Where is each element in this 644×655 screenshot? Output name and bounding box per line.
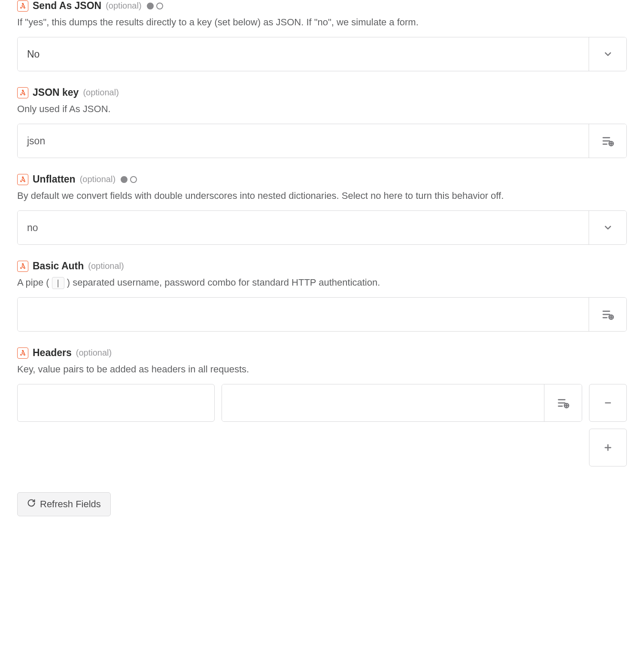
field-unflatten: Unflatten (optional) By default we conve… (17, 174, 627, 245)
svg-point-15 (21, 267, 22, 268)
field-header: JSON key (optional) (17, 87, 627, 98)
webhook-icon (17, 347, 28, 359)
field-description: If "yes", this dumps the results directl… (17, 15, 627, 29)
svg-point-16 (24, 267, 25, 268)
insert-data-button[interactable] (589, 124, 626, 158)
header-row (17, 384, 627, 422)
radio-off-icon (130, 176, 137, 183)
field-json-key: JSON key (optional) Only used if As JSON… (17, 87, 627, 158)
field-header: Send As JSON (optional) (17, 0, 627, 12)
input-basic-auth[interactable] (17, 297, 627, 332)
radio-toggle[interactable] (121, 176, 137, 183)
svg-point-3 (21, 94, 22, 95)
field-send-as-json: Send As JSON (optional) If "yes", this d… (17, 0, 627, 71)
optional-tag: (optional) (106, 1, 141, 11)
remove-row-button[interactable] (589, 384, 627, 422)
desc-pre: A pipe ( (17, 277, 49, 288)
field-description: Key, value pairs to be added as headers … (17, 362, 627, 376)
field-header: Basic Auth (optional) (17, 260, 627, 272)
field-headers: Headers (optional) Key, value pairs to b… (17, 347, 627, 466)
optional-tag: (optional) (80, 174, 115, 184)
svg-point-1 (24, 7, 25, 8)
insert-data-button[interactable] (544, 384, 582, 421)
optional-tag: (optional) (88, 261, 124, 271)
field-description: Only used if As JSON. (17, 102, 627, 116)
svg-point-4 (24, 94, 25, 95)
refresh-icon (27, 499, 36, 510)
select-value: No (18, 37, 589, 71)
add-row-wrap (17, 429, 627, 466)
webhook-icon (17, 174, 28, 185)
pipe-char: | (52, 277, 64, 289)
field-header: Headers (optional) (17, 347, 627, 359)
field-label: JSON key (33, 87, 79, 98)
header-value-input[interactable] (222, 384, 582, 422)
radio-toggle[interactable] (147, 3, 163, 9)
input-value (222, 384, 544, 421)
svg-point-13 (24, 180, 25, 182)
field-label: Send As JSON (33, 0, 101, 12)
select-unflatten[interactable]: no (17, 210, 627, 245)
field-label: Headers (33, 347, 72, 359)
input-value: json (18, 124, 589, 158)
field-basic-auth: Basic Auth (optional) A pipe ( | ) separ… (17, 260, 627, 332)
select-send-as-json[interactable]: No (17, 37, 627, 71)
input-json-key[interactable]: json (17, 124, 627, 158)
webhook-icon (17, 0, 28, 12)
field-label: Unflatten (33, 174, 76, 185)
radio-off-icon (156, 3, 163, 9)
chevron-down-icon (589, 211, 626, 244)
radio-on-icon (121, 176, 128, 183)
refresh-label: Refresh Fields (40, 499, 101, 510)
radio-on-icon (147, 3, 154, 9)
refresh-fields-button[interactable]: Refresh Fields (17, 492, 111, 516)
chevron-down-icon (589, 37, 626, 71)
desc-post: ) separated username, password combo for… (67, 277, 380, 288)
header-key-input[interactable] (17, 384, 215, 422)
field-label: Basic Auth (33, 260, 84, 272)
field-header: Unflatten (optional) (17, 174, 627, 185)
svg-point-12 (21, 180, 22, 182)
webhook-icon (17, 87, 28, 98)
svg-point-0 (21, 7, 22, 8)
field-description: By default we convert fields with double… (17, 189, 627, 203)
optional-tag: (optional) (83, 88, 118, 97)
insert-data-button[interactable] (589, 298, 626, 331)
select-value: no (18, 211, 589, 244)
svg-point-24 (21, 354, 22, 355)
optional-tag: (optional) (76, 348, 112, 358)
webhook-icon (17, 261, 28, 272)
add-row-button[interactable] (589, 429, 627, 466)
input-value (18, 298, 589, 331)
field-description: A pipe ( | ) separated username, passwor… (17, 275, 627, 289)
svg-point-25 (24, 354, 25, 355)
